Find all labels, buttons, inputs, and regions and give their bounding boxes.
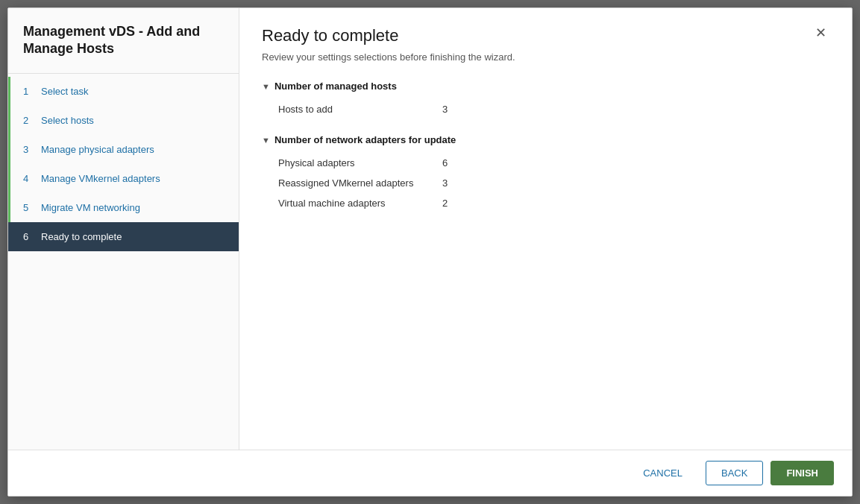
step-number: 1 bbox=[23, 86, 34, 97]
subtitle: Review your settings selections before f… bbox=[262, 51, 829, 63]
step-number: 4 bbox=[23, 173, 34, 184]
main-content: Ready to complete ✕ Review your settings… bbox=[239, 8, 852, 450]
section-title: Number of managed hosts bbox=[274, 81, 397, 92]
sidebar-item-select-hosts[interactable]: 2Select hosts bbox=[8, 106, 239, 135]
sidebar-title: Management vDS - Add and Manage Hosts bbox=[8, 23, 239, 73]
row-label: Physical adapters bbox=[278, 157, 442, 168]
row-value: 2 bbox=[442, 198, 448, 209]
finish-button[interactable]: FINISH bbox=[770, 461, 834, 485]
close-button[interactable]: ✕ bbox=[812, 26, 829, 40]
sidebar-item-label: Select hosts bbox=[41, 115, 94, 126]
dialog: Management vDS - Add and Manage Hosts 1S… bbox=[7, 7, 853, 497]
page-title: Ready to complete bbox=[262, 26, 398, 45]
step-number: 2 bbox=[23, 115, 34, 126]
sidebar: Management vDS - Add and Manage Hosts 1S… bbox=[8, 8, 239, 450]
sidebar-item-ready-to-complete[interactable]: 6Ready to complete bbox=[8, 222, 239, 251]
sidebar-item-manage-vmkernel[interactable]: 4Manage VMkernel adapters bbox=[8, 164, 239, 193]
main-header: Ready to complete ✕ bbox=[262, 26, 829, 45]
sidebar-item-label: Migrate VM networking bbox=[41, 202, 140, 213]
dialog-body: Management vDS - Add and Manage Hosts 1S… bbox=[8, 8, 852, 450]
sidebar-nav: 1Select task2Select hosts3Manage physica… bbox=[8, 77, 239, 251]
sidebar-divider bbox=[8, 73, 239, 74]
sidebar-item-select-task[interactable]: 1Select task bbox=[8, 77, 239, 106]
section-row: Hosts to add3 bbox=[262, 99, 829, 119]
section-network-adapters: ▼Number of network adapters for updatePh… bbox=[262, 134, 829, 213]
sidebar-item-label: Manage physical adapters bbox=[41, 144, 154, 155]
sidebar-item-label: Manage VMkernel adapters bbox=[41, 173, 160, 184]
chevron-icon: ▼ bbox=[262, 136, 270, 145]
section-row: Physical adapters6 bbox=[262, 153, 829, 173]
chevron-icon: ▼ bbox=[262, 82, 270, 91]
sections-container: ▼Number of managed hostsHosts to add3▼Nu… bbox=[262, 81, 829, 228]
back-button[interactable]: BACK bbox=[706, 461, 763, 485]
section-row: Virtual machine adapters2 bbox=[262, 193, 829, 213]
row-label: Hosts to add bbox=[278, 104, 442, 115]
sidebar-item-label: Select task bbox=[41, 86, 89, 97]
section-managed-hosts: ▼Number of managed hostsHosts to add3 bbox=[262, 81, 829, 119]
section-row: Reassigned VMkernel adapters3 bbox=[262, 173, 829, 193]
step-number: 6 bbox=[23, 231, 34, 242]
sidebar-item-label: Ready to complete bbox=[41, 231, 122, 242]
step-number: 3 bbox=[23, 144, 34, 155]
section-title: Number of network adapters for update bbox=[274, 134, 456, 145]
row-value: 6 bbox=[442, 157, 448, 168]
row-label: Reassigned VMkernel adapters bbox=[278, 177, 442, 189]
section-header-managed-hosts[interactable]: ▼Number of managed hosts bbox=[262, 81, 829, 92]
sidebar-item-manage-physical[interactable]: 3Manage physical adapters bbox=[8, 135, 239, 164]
footer: CANCEL BACK FINISH bbox=[8, 450, 852, 496]
row-value: 3 bbox=[442, 104, 448, 115]
sidebar-item-migrate-vm[interactable]: 5Migrate VM networking bbox=[8, 193, 239, 222]
row-value: 3 bbox=[442, 177, 448, 189]
row-label: Virtual machine adapters bbox=[278, 198, 442, 209]
section-header-network-adapters[interactable]: ▼Number of network adapters for update bbox=[262, 134, 829, 145]
step-number: 5 bbox=[23, 202, 34, 213]
cancel-button[interactable]: CANCEL bbox=[627, 461, 698, 485]
